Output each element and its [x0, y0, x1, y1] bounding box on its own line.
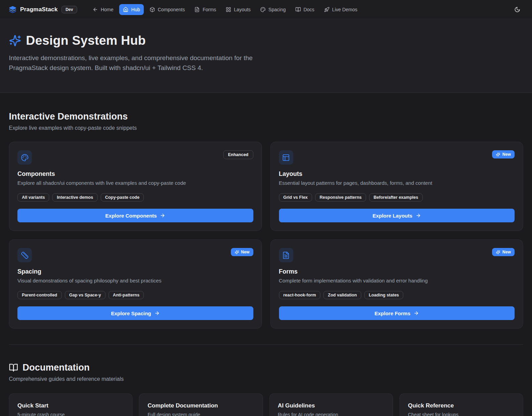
arrow-right-icon	[416, 213, 421, 218]
tag: Before/after examples	[369, 193, 423, 202]
explore-components-button[interactable]: Explore Components	[17, 209, 253, 222]
brand-name: PragmaStack	[20, 6, 58, 13]
card-title: Layouts	[279, 170, 515, 178]
badge-label: New	[502, 250, 511, 254]
doc-card-quick-start[interactable]: Quick Start 5-minute crash course	[9, 393, 132, 416]
card-description: Visual demonstrations of spacing philoso…	[17, 278, 253, 283]
moon-icon	[514, 6, 520, 13]
doc-card-quick-reference[interactable]: Quick Reference Cheat sheet for lookups	[400, 393, 523, 416]
doc-title: AI Guidelines	[278, 402, 384, 409]
panels-top-left-icon	[279, 150, 293, 165]
book-open-icon	[295, 7, 301, 12]
arrow-right-icon	[154, 310, 160, 316]
nav-item-spacing[interactable]: Spacing	[256, 4, 290, 15]
sparkles-icon	[496, 250, 500, 254]
docs-section: Documentation Comprehensive guides and r…	[9, 345, 523, 416]
main-nav: Home Hub Components Forms Layouts Spacin…	[89, 4, 361, 15]
button-label: Explore Layouts	[373, 213, 412, 219]
book-open-icon	[9, 363, 18, 372]
arrow-right-icon	[160, 213, 165, 218]
tag-row: All variants Interactive demos Copy-past…	[17, 193, 253, 202]
nav-label: Live Demos	[332, 7, 358, 12]
demo-card-components[interactable]: Enhanced Components Explore all shadcn/u…	[9, 142, 262, 231]
docs-subheading: Comprehensive guides and reference mater…	[9, 376, 523, 382]
sparkles-icon	[9, 34, 21, 47]
tag: Interactive demos	[52, 193, 97, 202]
palette-icon	[17, 150, 32, 165]
card-title: Forms	[279, 268, 515, 275]
hero-section: Design System Hub Interactive demonstrat…	[0, 19, 532, 93]
demos-heading: Interactive Demonstrations	[9, 111, 523, 122]
button-label: Explore Spacing	[111, 310, 151, 316]
page-title: Design System Hub	[26, 33, 146, 48]
nav-item-home[interactable]: Home	[89, 4, 117, 15]
page-description: Interactive demonstrations, live example…	[9, 53, 263, 73]
card-title: Spacing	[17, 268, 253, 275]
nav-label: Layouts	[234, 7, 251, 12]
nav-item-components[interactable]: Components	[146, 4, 188, 15]
button-label: Explore Components	[105, 213, 157, 219]
box-icon	[150, 7, 155, 12]
theme-toggle-button[interactable]	[512, 4, 523, 15]
tag: Responsive patterns	[315, 193, 366, 202]
explore-spacing-button[interactable]: Explore Spacing	[17, 306, 253, 320]
palette-icon	[260, 7, 266, 12]
explore-forms-button[interactable]: Explore Forms	[279, 306, 515, 320]
new-badge: New	[492, 150, 515, 158]
card-title: Components	[17, 170, 253, 178]
arrow-left-icon	[93, 7, 98, 12]
nav-item-forms[interactable]: Forms	[191, 4, 220, 15]
nav-label: Home	[101, 7, 113, 12]
ruler-icon	[17, 248, 32, 262]
tag: Loading states	[364, 291, 403, 299]
demo-card-grid: Enhanced Components Explore all shadcn/u…	[9, 142, 523, 329]
nav-item-docs[interactable]: Docs	[292, 4, 318, 15]
tag: react-hook-form	[279, 291, 321, 299]
file-text-icon	[194, 7, 200, 12]
tag: Grid vs Flex	[279, 193, 312, 202]
demos-section: Interactive Demonstrations Explore live …	[9, 93, 523, 329]
nav-item-layouts[interactable]: Layouts	[222, 4, 254, 15]
doc-title: Quick Reference	[408, 402, 515, 409]
nav-item-hub[interactable]: Hub	[119, 4, 144, 15]
doc-card-complete-documentation[interactable]: Complete Documentation Full design syste…	[139, 393, 263, 416]
doc-card-ai-guidelines[interactable]: AI Guidelines Rules for AI code generati…	[269, 393, 393, 416]
docs-heading: Documentation	[23, 362, 90, 373]
tag: Parent-controlled	[17, 291, 62, 299]
nav-label: Forms	[202, 7, 216, 12]
doc-description: Cheat sheet for lookups	[408, 412, 515, 416]
badge-label: New	[502, 152, 511, 157]
explore-layouts-button[interactable]: Explore Layouts	[279, 209, 515, 222]
tag-row: react-hook-form Zod validation Loading s…	[279, 291, 515, 299]
dev-badge: Dev	[61, 6, 77, 13]
doc-description: Rules for AI code generation	[278, 412, 384, 416]
nav-label: Spacing	[268, 7, 286, 12]
brand[interactable]: PragmaStack Dev	[9, 6, 77, 13]
layout-grid-icon	[226, 7, 231, 12]
nav-label: Docs	[304, 7, 314, 12]
card-description: Explore all shadcn/ui components with li…	[17, 180, 253, 186]
demo-card-spacing[interactable]: New Spacing Visual demonstrations of spa…	[9, 239, 262, 329]
tag: Gap vs Space-y	[65, 291, 106, 299]
card-description: Essential layout patterns for pages, das…	[279, 180, 515, 186]
sparkles-icon	[496, 152, 500, 157]
tag: All variants	[17, 193, 49, 202]
rocket-icon	[324, 7, 330, 12]
docs-card-grid: Quick Start 5-minute crash course Comple…	[9, 393, 523, 416]
layers-icon	[9, 6, 16, 13]
doc-title: Quick Start	[17, 402, 124, 409]
badge-label: New	[241, 250, 250, 254]
file-text-icon	[279, 248, 293, 262]
doc-title: Complete Documentation	[148, 402, 254, 409]
sparkles-icon	[235, 250, 239, 254]
demo-card-layouts[interactable]: New Layouts Essential layout patterns fo…	[270, 142, 523, 231]
tag: Zod validation	[323, 291, 361, 299]
top-navbar: PragmaStack Dev Home Hub Components Form…	[0, 0, 532, 19]
arrow-right-icon	[414, 310, 419, 316]
demos-subheading: Explore live examples with copy-paste co…	[9, 125, 523, 131]
nav-item-live-demos[interactable]: Live Demos	[320, 4, 361, 15]
demo-card-forms[interactable]: New Forms Complete form implementations …	[270, 239, 523, 329]
tag-row: Parent-controlled Gap vs Space-y Anti-pa…	[17, 291, 253, 299]
home-icon	[123, 7, 128, 12]
doc-description: Full design system guide	[148, 412, 254, 416]
